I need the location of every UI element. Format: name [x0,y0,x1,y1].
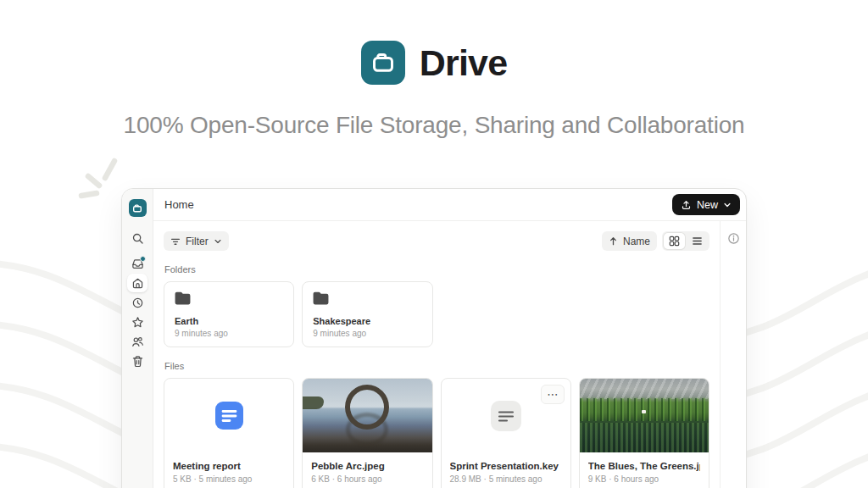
sidebar-item-search[interactable] [127,229,147,247]
sidebar-item-home[interactable] [127,274,147,292]
sort-button[interactable]: Name [602,231,657,251]
file-thumbnail [164,379,293,452]
list-view-button[interactable] [687,233,708,249]
grid-view-button[interactable] [664,233,685,249]
more-options-button[interactable]: ⋯ [541,385,565,404]
folder-name: Earth [175,316,283,326]
folder-icon [313,291,329,305]
thumbnail-house [642,410,646,413]
file-card-blues-greens[interactable]: The Blues, The Greens.jpeg 9 KB · 6 hour… [579,378,709,488]
filter-button[interactable]: Filter [164,231,229,251]
document-icon [215,402,243,430]
chevron-down-icon [214,237,222,246]
files-grid: Meeting report 5 KB · 5 minutes ago Pebb… [164,378,709,488]
thumbnail-mountains [580,379,709,399]
window-header: Home New [153,189,746,221]
app-title: Drive [420,42,508,84]
file-name: The Blues, The Greens.jpeg [588,461,700,471]
hero-tagline: 100% Open-Source File Storage, Sharing a… [0,112,868,139]
folder-meta: 9 minutes ago [175,329,283,338]
new-button[interactable]: New [672,194,740,215]
sidebar-item-inbox[interactable] [127,254,147,273]
sort-arrow-up-icon [609,236,618,246]
trash-icon [131,355,144,368]
inbox-notification-dot [140,256,146,262]
view-toggle [662,231,709,251]
files-section-label: Files [164,361,709,371]
drive-app-window: Home New Filter [121,188,747,488]
file-card-meeting-report[interactable]: Meeting report 5 KB · 5 minutes ago [164,378,294,488]
main-area: Home New Filter [153,189,746,488]
content-area: Filter Name [153,221,720,488]
file-meta: 9 KB · 6 hours ago [588,474,700,484]
file-meta: 5 KB · 5 minutes ago [173,474,285,484]
file-meta: 6 KB · 6 hours ago [311,474,423,484]
grid-view-icon [669,236,680,247]
file-meta: 28.9 MB · 5 minutes ago [450,474,562,484]
folder-card-earth[interactable]: Earth 9 minutes ago [164,281,294,347]
drive-logo-icon [361,41,405,85]
folder-icon [175,291,191,305]
hero: Drive [0,41,868,85]
filter-icon [170,236,181,247]
toolbar: Filter Name [164,231,709,251]
chevron-down-icon [723,201,732,209]
new-button-label: New [697,199,718,211]
sidebar [122,189,153,488]
sidebar-item-favourites[interactable] [127,313,147,331]
list-view-icon [692,236,703,247]
thumbnail-stone-ring [345,385,389,430]
file-name: Sprint Presentation.key [450,461,562,471]
sidebar-item-recents[interactable] [127,293,147,312]
thumbnail-lake-reflection [580,423,709,452]
file-card-pebble-arc[interactable]: Pebble Arc.jpeg 6 KB · 6 hours ago [302,378,432,488]
folder-card-shakespeare[interactable]: Shakespeare 9 minutes ago [302,281,432,347]
star-icon [131,316,144,329]
thumbnail-hill-shape [303,396,324,409]
file-name: Pebble Arc.jpeg [311,461,423,471]
sidebar-item-shared[interactable] [127,332,147,351]
page-title: Home [164,198,194,211]
folders-grid: Earth 9 minutes ago Shakespeare 9 minute… [164,281,709,347]
upload-icon [681,199,692,210]
file-card-sprint-presentation[interactable]: ⋯ Sprint Presentation.key 28.9 MB · 5 mi… [441,378,571,488]
sparkle-decoration [76,155,124,206]
file-name: Meeting report [173,461,285,471]
people-icon [131,336,144,348]
info-icon[interactable] [727,232,740,245]
folder-meta: 9 minutes ago [313,329,421,338]
filter-button-label: Filter [186,236,209,247]
file-thumbnail-pebble-arc-image [303,379,431,452]
file-thumbnail-landscape-image [580,379,709,452]
home-icon [131,277,144,290]
sort-button-label: Name [623,236,650,247]
clock-icon [131,297,144,309]
right-rail [720,221,746,488]
presentation-icon [491,401,521,431]
search-icon [131,232,144,245]
folders-section-label: Folders [164,264,709,274]
sidebar-drive-logo-icon[interactable] [129,199,147,217]
sidebar-item-trash[interactable] [127,352,147,370]
folder-name: Shakespeare [313,316,421,326]
